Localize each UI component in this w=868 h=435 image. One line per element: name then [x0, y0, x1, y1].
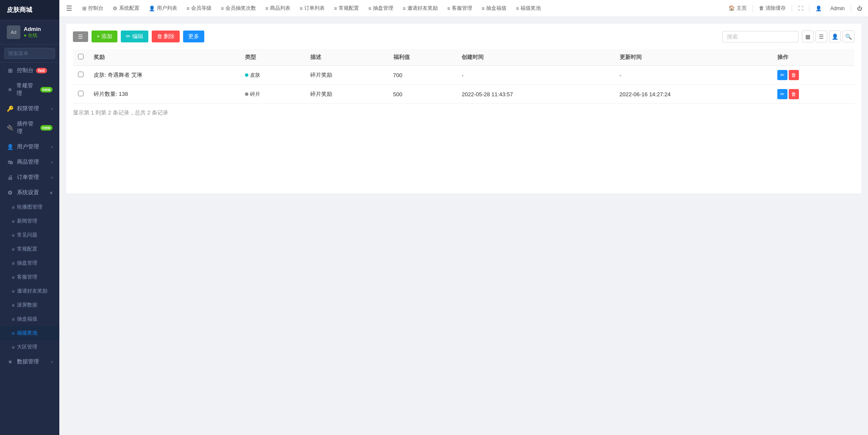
- topnav-label: 会员等级: [191, 5, 211, 12]
- customer-icon: ≡: [12, 275, 14, 280]
- delete-row-button[interactable]: 🗑: [789, 70, 799, 80]
- edit-row-button[interactable]: ✏: [777, 89, 787, 99]
- sidebar-item-products[interactable]: 🛍 商品管理 ‹: [0, 154, 59, 170]
- topnav-item-member-lottery[interactable]: ≡ 会员抽奖次数: [217, 3, 260, 14]
- row-welfare-value: 700: [388, 66, 457, 85]
- chevron-down-icon: ∨: [50, 190, 53, 195]
- sidebar-sub-routine-config[interactable]: ≡ 常规配置: [0, 242, 59, 256]
- app-title: 皮肤商城: [7, 6, 32, 13]
- row-actions: ✏ 🗑: [772, 66, 854, 85]
- topnav-item-user-list[interactable]: 👤 用户列表: [145, 3, 181, 14]
- sidebar-item-users[interactable]: 👤 用户管理 ‹: [0, 139, 59, 154]
- routine-config-nav-icon: ≡: [334, 6, 337, 11]
- sidebar-sub-screen[interactable]: ≡ 滚屏数据: [0, 298, 59, 312]
- topnav-item-product-list[interactable]: ≡ 商品列表: [261, 3, 295, 14]
- sidebar-item-plugins[interactable]: 🔌 插件管理 new: [0, 116, 59, 139]
- chevron-icon: ‹: [51, 360, 53, 364]
- col-welfare: 福利值: [388, 49, 457, 66]
- topnav-item-customer-mgmt[interactable]: ≡ 客服管理: [443, 3, 476, 14]
- topnav-item-routine-config[interactable]: ≡ 常规配置: [330, 3, 363, 14]
- col-reward: 奖励: [89, 49, 240, 66]
- topnav-item-welfare-pool[interactable]: ≡ 福值奖池: [512, 3, 545, 14]
- topnav-item-recharge-value[interactable]: ≡ 抽盒福值: [477, 3, 511, 14]
- topnav-item-system-config[interactable]: ⚙ 系统配置: [108, 3, 144, 14]
- search-input[interactable]: [4, 48, 55, 59]
- delete-row-button[interactable]: 🗑: [789, 89, 799, 99]
- edit-row-button[interactable]: ✏: [777, 70, 787, 80]
- delete-button[interactable]: 🗑 删除: [152, 31, 180, 42]
- recharge-icon: ≡: [12, 317, 14, 322]
- select-all-checkbox[interactable]: [78, 54, 83, 59]
- row-select-checkbox[interactable]: [78, 91, 83, 96]
- users-icon: 👤: [7, 144, 14, 150]
- logout-button[interactable]: ⏻: [854, 5, 865, 12]
- chevron-icon: ‹: [51, 145, 53, 149]
- search-button[interactable]: 🔍: [843, 31, 854, 42]
- clear-cache-button[interactable]: 🗑 清除缓存: [757, 4, 788, 13]
- recharge-value-nav-icon: ≡: [481, 6, 484, 11]
- more-button[interactable]: 更多: [183, 31, 204, 42]
- toggle-icon: ☰: [78, 33, 83, 40]
- content-area: ☰ + 添加 ✏ 编辑 🗑 删除 更多 ▦ ☰ 👤 🔍: [59, 17, 868, 435]
- sub-item-label: 客服管理: [17, 273, 37, 281]
- row-actions: ✏ 🗑: [772, 85, 854, 104]
- topnav-item-order-list[interactable]: ≡ 订单列表: [295, 3, 329, 14]
- sidebar-item-label: 系统设置: [17, 189, 39, 196]
- sidebar-sub-region[interactable]: ≡ 大区管理: [0, 340, 59, 354]
- invite-icon: ≡: [12, 289, 14, 294]
- sidebar-sub-recharge[interactable]: ≡ 抽盒福值: [0, 312, 59, 326]
- data-table: 奖励 类型 描述 福利值 创建时间 更新时间 操作 皮肤: 奇遇舞者 艾琳: [73, 49, 854, 104]
- edit-button[interactable]: ✏ 编辑: [121, 31, 148, 42]
- sidebar-sub-banner[interactable]: ≡ 轮播图管理: [0, 200, 59, 214]
- member-lottery-nav-icon: ≡: [221, 6, 224, 11]
- fullscreen-button[interactable]: ⛶: [796, 5, 806, 12]
- sidebar-sub-invite[interactable]: ≡ 邀请好友奖励: [0, 284, 59, 298]
- col-updated: 更新时间: [615, 49, 772, 66]
- sidebar-item-permissions[interactable]: 🔑 权限管理 ‹: [0, 101, 59, 116]
- routine-config-icon: ≡: [12, 247, 14, 252]
- sidebar-sub-faq[interactable]: ≡ 常见问题: [0, 228, 59, 242]
- topnav-item-member-level[interactable]: ≡ 会员等级: [182, 3, 216, 14]
- row-reward-name: 皮肤: 奇遇舞者 艾琳: [89, 66, 240, 85]
- topnav-label: 会员抽奖次数: [225, 5, 256, 12]
- sidebar-item-data-mgmt[interactable]: ≡ 数据管理 ‹: [0, 354, 59, 369]
- sidebar-sub-welfare[interactable]: ≡ 福值奖池: [0, 326, 59, 340]
- add-button[interactable]: + 添加: [92, 31, 117, 42]
- chevron-icon: ‹: [51, 106, 53, 111]
- topnav-item-lottery-mgmt[interactable]: ≡ 抽盘管理: [364, 3, 398, 14]
- search-input[interactable]: [722, 31, 798, 42]
- sidebar-nav: ⊞ 控制台 hot ≡ 常规管理 new 🔑 权限管理 ‹ 🔌 插件管理 new…: [0, 63, 59, 435]
- topnav-toggle[interactable]: ☰: [63, 3, 75, 14]
- faq-icon: ≡: [12, 233, 14, 238]
- list-view-button[interactable]: ☰: [815, 31, 827, 42]
- sidebar-sub-news[interactable]: ≡ 新闻管理: [0, 214, 59, 228]
- topnav-label: 系统配置: [119, 5, 139, 12]
- invite-reward-nav-icon: ≡: [403, 6, 406, 11]
- sidebar-item-dashboard[interactable]: ⊞ 控制台 hot: [0, 63, 59, 78]
- dashboard-icon: ⊞: [7, 67, 14, 74]
- sub-item-label: 大区管理: [17, 343, 37, 351]
- topnav-item-dashboard[interactable]: ⊞ 控制台: [78, 3, 108, 14]
- grid-view-button[interactable]: ▦: [802, 31, 814, 42]
- row-select-checkbox[interactable]: [78, 72, 83, 77]
- sub-item-label: 轮播图管理: [17, 204, 42, 211]
- view-toggle: ▦ ☰ 👤 🔍: [802, 31, 854, 42]
- home-link[interactable]: 🏠 主页: [726, 4, 749, 13]
- row-type: 碎片: [240, 85, 305, 104]
- sidebar-sub-customer[interactable]: ≡ 客服管理: [0, 270, 59, 284]
- orders-icon: 🖨: [7, 174, 14, 181]
- toggle-button[interactable]: ☰: [73, 31, 88, 42]
- sidebar-item-orders[interactable]: 🖨 订单管理 ‹: [0, 170, 59, 185]
- sidebar-item-system[interactable]: ⚙ 系统设置 ∨: [0, 185, 59, 200]
- topnav-item-invite-reward[interactable]: ≡ 邀请好友奖励: [398, 3, 442, 14]
- sub-item-label: 新闻管理: [17, 218, 37, 225]
- row-updated-at: 2022-06-16 14:27:24: [615, 85, 772, 104]
- divider: [792, 5, 792, 12]
- admin-username-right[interactable]: Admin: [828, 5, 847, 12]
- row-reward-name: 碎片数量: 138: [89, 85, 240, 104]
- sidebar-sub-lottery[interactable]: ≡ 抽盘管理: [0, 256, 59, 270]
- user-view-button[interactable]: 👤: [829, 31, 841, 42]
- sidebar-item-routine[interactable]: ≡ 常规管理 new: [0, 78, 59, 101]
- user-avatar-right[interactable]: 👤: [813, 5, 824, 12]
- sub-item-label: 抽盒福值: [17, 315, 37, 323]
